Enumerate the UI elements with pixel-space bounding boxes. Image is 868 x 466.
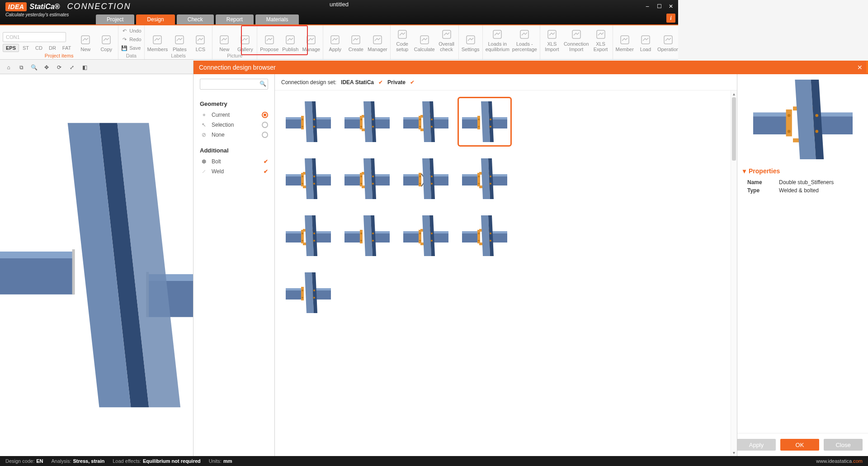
propose-button[interactable]: Propose [260, 27, 278, 52]
member-button[interactable]: Member [616, 27, 634, 52]
proj-tag-st[interactable]: ST [20, 44, 32, 52]
calculate-button[interactable]: Calculate [414, 27, 435, 52]
search-input[interactable] [200, 79, 268, 90]
design-thumb[interactable] [340, 154, 394, 204]
cursor-icon: ↖ [200, 122, 208, 128]
geometry-none[interactable]: ⊘None [200, 130, 268, 140]
design-thumb[interactable] [458, 154, 512, 204]
publish-button[interactable]: Publish [281, 27, 299, 52]
design-thumb[interactable] [458, 97, 512, 147]
project-name-input[interactable] [3, 32, 66, 42]
radio[interactable] [262, 112, 268, 118]
overall-check-button[interactable]: Overall check [438, 27, 456, 52]
ribbon-group-right: MemberLoadOperation [613, 25, 678, 59]
proj-tag-dr[interactable]: DR [46, 44, 59, 52]
maximize-button[interactable]: ☐ [654, 2, 665, 11]
tab-report[interactable]: Report [216, 14, 254, 24]
additional-weld[interactable]: ⟋Weld✔ [200, 166, 268, 176]
rotate-icon[interactable]: ⟳ [54, 62, 64, 72]
check-icon[interactable]: ✔ [264, 158, 268, 165]
design-thumb[interactable] [281, 211, 335, 261]
cube-icon[interactable]: ◧ [80, 62, 90, 72]
additional-bolt[interactable]: ⬢Bolt✔ [200, 157, 268, 166]
svg-point-112 [372, 176, 374, 177]
xls-import-button[interactable]: XLS Import [543, 27, 561, 52]
new-button[interactable]: New [76, 27, 94, 52]
tab-materials[interactable]: Materials [255, 14, 299, 24]
svg-point-166 [372, 233, 374, 234]
plates-button[interactable]: Plates [170, 27, 189, 52]
design-thumb[interactable] [399, 97, 453, 147]
design-thumb[interactable] [281, 97, 335, 147]
redo-button[interactable]: ↷Redo [121, 35, 141, 43]
loads-in-equilibrium-button[interactable]: Loads in equilibrium [486, 27, 509, 52]
gallery-button[interactable]: Gallery [236, 27, 254, 52]
ribbon-group-label [543, 52, 610, 54]
filter-label: None [212, 132, 225, 138]
radio[interactable] [262, 122, 268, 128]
settings-button[interactable]: Settings [462, 27, 480, 52]
load-button[interactable]: Load [637, 27, 655, 52]
zoom-window-icon[interactable]: ⧉ [16, 62, 26, 72]
tab-check[interactable]: Check [177, 14, 214, 24]
design-thumb[interactable] [399, 154, 453, 204]
svg-marker-74 [462, 119, 478, 128]
search-icon[interactable]: 🔍 [29, 62, 39, 72]
operation-icon [662, 34, 674, 46]
code-setup-button[interactable]: Code setup [393, 27, 411, 52]
manage-button[interactable]: Manage [302, 27, 320, 52]
save-button[interactable]: 💾Save [121, 44, 141, 52]
lcs-button[interactable]: LCS [191, 27, 209, 52]
svg-marker-47 [344, 117, 361, 119]
members-button[interactable]: Members [147, 27, 168, 52]
svg-rect-6 [241, 36, 249, 44]
geometry-current[interactable]: ⌖Current [200, 110, 268, 120]
svg-rect-8 [286, 36, 294, 44]
members-icon [151, 34, 163, 46]
create-button[interactable]: Create [347, 27, 365, 52]
svg-marker-143 [286, 231, 302, 233]
proj-tag-fat[interactable]: FAT [60, 44, 74, 52]
new-button[interactable]: New [215, 27, 233, 52]
fit-icon[interactable]: ⤢ [67, 62, 77, 72]
design-thumb[interactable] [281, 268, 335, 318]
proj-tag-eps[interactable]: EPS [3, 44, 19, 52]
radio[interactable] [262, 132, 268, 138]
svg-marker-88 [315, 176, 331, 185]
design-thumb[interactable] [458, 211, 512, 261]
xls-export-button[interactable]: XLS Export [592, 27, 610, 52]
operation-button[interactable]: Operation [657, 27, 678, 52]
design-thumb[interactable] [340, 97, 394, 147]
search-icon[interactable]: 🔍 [259, 81, 266, 87]
info-button[interactable]: i [666, 14, 675, 23]
geometry-selection[interactable]: ↖Selection [200, 120, 268, 130]
pan-icon[interactable]: ✥ [42, 62, 52, 72]
svg-rect-5 [220, 36, 228, 44]
conn-import-icon [571, 29, 582, 40]
svg-rect-19 [548, 30, 556, 38]
connection-import-button[interactable]: Connection Import [564, 27, 589, 52]
design-thumb[interactable] [340, 211, 394, 261]
design-thumb[interactable] [399, 211, 453, 261]
bolt-icon: ⬢ [200, 158, 208, 165]
undo-button[interactable]: ↶Undo [121, 27, 141, 35]
copy-button[interactable]: Copy [97, 27, 115, 52]
manager-button[interactable]: Manager [368, 27, 387, 52]
tab-design[interactable]: Design [136, 14, 175, 24]
svg-marker-131 [491, 174, 507, 176]
svg-point-193 [478, 240, 480, 242]
viewport-canvas[interactable] [0, 74, 193, 367]
target-icon: ⌖ [200, 112, 208, 118]
apply-button[interactable]: Apply [326, 27, 344, 52]
tab-project[interactable]: Project [96, 14, 134, 24]
minimize-button[interactable]: – [642, 2, 653, 11]
home-icon[interactable]: ⌂ [4, 62, 14, 72]
svg-marker-183 [462, 231, 478, 233]
loads---percentage-button[interactable]: Loads - percentage [512, 27, 537, 52]
svg-rect-0 [81, 36, 90, 44]
design-thumb[interactable] [281, 154, 335, 204]
close-window-button[interactable]: ✕ [665, 2, 676, 11]
proj-tag-cd[interactable]: CD [33, 44, 45, 52]
overall-icon [441, 29, 453, 40]
check-icon[interactable]: ✔ [264, 168, 268, 175]
